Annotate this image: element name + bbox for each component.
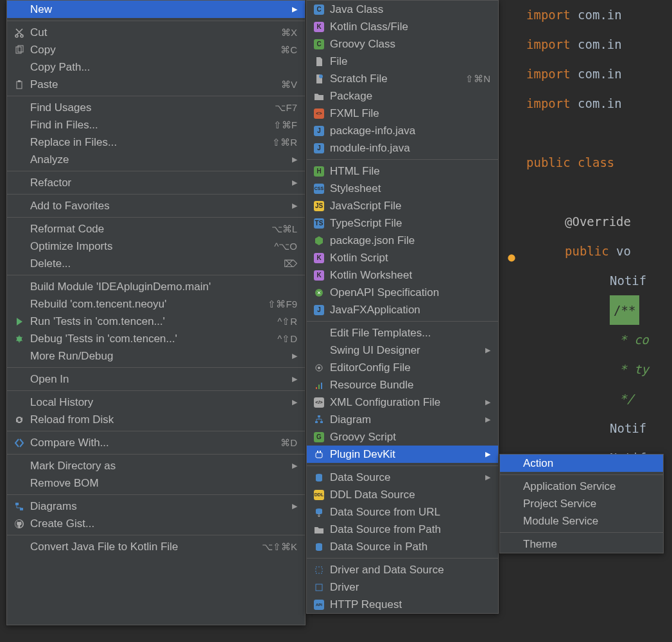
context-menu-item[interactable]: Create Gist... bbox=[7, 515, 305, 532]
blank-icon bbox=[12, 101, 26, 114]
new-menu-item[interactable]: JSJavaScript File bbox=[307, 197, 498, 214]
context-menu-item[interactable]: Copy⌘C bbox=[7, 41, 305, 58]
context-menu-item[interactable]: Run 'Tests in 'com.tencen...'^⇧R bbox=[7, 313, 305, 330]
editor-line: import com.in bbox=[526, 37, 622, 51]
blank-icon bbox=[12, 3, 26, 16]
ddl-icon: DDL bbox=[312, 489, 326, 501]
menu-shortcut: ^⌥O bbox=[274, 241, 297, 252]
context-menu-item[interactable]: Debug 'Tests in 'com.tencen...'^⇧D bbox=[7, 330, 305, 347]
new-menu-item[interactable]: DDLDDL Data Source bbox=[307, 486, 498, 503]
menu-item-label: Plugin DevKit bbox=[330, 448, 485, 461]
new-menu-item[interactable]: File bbox=[307, 53, 498, 70]
context-menu-item[interactable]: Local History▶ bbox=[7, 394, 305, 411]
devkit-menu-item[interactable]: Theme bbox=[500, 535, 663, 553]
menu-shortcut: ⌘V bbox=[281, 79, 297, 91]
context-menu-item[interactable]: More Run/Debug▶ bbox=[7, 347, 305, 365]
context-menu-item[interactable]: Add to Favorites▶ bbox=[7, 197, 305, 214]
editor-line: @Override bbox=[565, 214, 631, 229]
menu-item-label: Diagram bbox=[330, 413, 485, 426]
new-menu-item[interactable]: KKotlin Class/File bbox=[307, 18, 498, 35]
menu-item-label: XML Configuration File bbox=[330, 396, 485, 409]
new-menu-item[interactable]: CGroovy Class bbox=[307, 35, 498, 53]
context-menu-item[interactable]: Build Module 'IDEApluginDemo.main' bbox=[7, 278, 305, 295]
new-menu-item[interactable]: Data Source▶ bbox=[307, 469, 498, 486]
new-menu-item[interactable]: HHTML File bbox=[307, 162, 498, 180]
new-menu-item[interactable]: CSSStylesheet bbox=[307, 180, 498, 197]
menu-item-label: Theme bbox=[523, 538, 655, 551]
new-menu-item[interactable]: Resource Bundle bbox=[307, 376, 498, 394]
submenu-arrow-icon: ▶ bbox=[292, 352, 297, 360]
context-menu-item[interactable]: Reload from Disk bbox=[7, 411, 305, 428]
context-menu-item[interactable]: Convert Java File to Kotlin File⌥⇧⌘K bbox=[7, 538, 305, 555]
devkit-menu-item[interactable]: Action bbox=[500, 455, 663, 472]
submenu-arrow-icon: ▶ bbox=[292, 5, 297, 13]
new-menu-item[interactable]: Jmodule-info.java bbox=[307, 139, 498, 157]
menu-shortcut: ⌘C bbox=[280, 44, 297, 56]
devkit-menu-item[interactable]: Application Service bbox=[500, 478, 663, 495]
context-menu-item[interactable]: Compare With...⌘D bbox=[7, 434, 305, 451]
new-menu-item[interactable]: EditorConfig File bbox=[307, 359, 498, 376]
context-menu-item[interactable]: Find in Files...⇧⌘F bbox=[7, 116, 305, 134]
context-menu-item[interactable]: Optimize Imports^⌥O bbox=[7, 238, 305, 255]
new-menu-item[interactable]: JJavaFXApplication bbox=[307, 301, 498, 318]
new-menu-item[interactable]: package.json File bbox=[307, 232, 498, 249]
context-menu-item[interactable]: Analyze▶ bbox=[7, 151, 305, 168]
context-menu-item[interactable]: New▶ bbox=[7, 1, 305, 18]
new-menu-item[interactable]: CJava Class bbox=[307, 1, 498, 18]
new-menu-item[interactable]: Swing UI Designer▶ bbox=[307, 342, 498, 359]
svg-rect-21 bbox=[320, 451, 321, 453]
context-menu-item[interactable]: Diagrams▶ bbox=[7, 498, 305, 515]
bulb-icon[interactable] bbox=[506, 245, 517, 257]
context-menu-item[interactable]: Remove BOM bbox=[7, 474, 305, 492]
submenu-arrow-icon: ▶ bbox=[292, 202, 297, 210]
context-menu-item[interactable]: Copy Path... bbox=[7, 58, 305, 76]
new-menu-item[interactable]: Package bbox=[307, 87, 498, 105]
new-menu-item[interactable]: GGroovy Script bbox=[307, 428, 498, 446]
menu-shortcut: ^⇧R bbox=[277, 316, 297, 327]
context-menu-item[interactable]: Cut⌘X bbox=[7, 24, 305, 41]
menu-item-label: Application Service bbox=[523, 480, 655, 493]
new-menu-item[interactable]: Diagram▶ bbox=[307, 411, 498, 428]
new-menu-item[interactable]: Edit File Templates... bbox=[307, 324, 498, 342]
menu-shortcut: ⇧⌘F bbox=[273, 119, 297, 131]
new-menu-item[interactable]: Data Source from URL bbox=[307, 503, 498, 521]
context-menu-item[interactable]: Find Usages⌥F7 bbox=[7, 99, 305, 116]
new-menu-item[interactable]: Plugin DevKit▶ bbox=[307, 446, 498, 463]
context-menu-item[interactable]: Delete...⌦ bbox=[7, 255, 305, 272]
svg-rect-13 bbox=[316, 387, 317, 389]
new-menu-item[interactable]: KKotlin Worksheet bbox=[307, 266, 498, 284]
menu-item-label: Project Service bbox=[523, 498, 655, 510]
context-menu-item[interactable]: Open In▶ bbox=[7, 370, 305, 388]
submenu-arrow-icon: ▶ bbox=[292, 375, 297, 383]
menu-item-label: Data Source bbox=[330, 471, 485, 484]
new-menu-item[interactable]: Jpackage-info.java bbox=[307, 122, 498, 139]
context-menu-item[interactable]: Refactor▶ bbox=[7, 174, 305, 191]
new-submenu: CJava ClassKKotlin Class/FileCGroovy Cla… bbox=[306, 0, 499, 614]
context-menu-item[interactable]: Rebuild 'com.tencent.neoyu'⇧⌘F9 bbox=[7, 295, 305, 313]
menu-shortcut: ⇧⌘F9 bbox=[268, 299, 297, 310]
devkit-menu-item[interactable]: Project Service bbox=[500, 495, 663, 512]
menu-item-label: Find in Files... bbox=[30, 119, 261, 132]
new-menu-item[interactable]: OpenAPI Specification bbox=[307, 284, 498, 301]
menu-item-label: Data Source in Path bbox=[330, 541, 490, 553]
devkit-menu-item[interactable]: Module Service bbox=[500, 512, 663, 530]
new-menu-item[interactable]: </>XML Configuration File▶ bbox=[307, 394, 498, 411]
copy-icon bbox=[12, 44, 26, 56]
context-menu-item[interactable]: Mark Directory as▶ bbox=[7, 457, 305, 474]
blank-icon bbox=[12, 61, 26, 74]
context-menu-item[interactable]: Replace in Files...⇧⌘R bbox=[7, 134, 305, 151]
new-menu-item[interactable]: Driver bbox=[307, 578, 498, 596]
new-menu-item[interactable]: Driver and Data Source bbox=[307, 561, 498, 578]
new-menu-item[interactable]: KKotlin Script bbox=[307, 249, 498, 266]
new-menu-item[interactable]: <>FXML File bbox=[307, 105, 498, 122]
context-menu-item[interactable]: Paste⌘V bbox=[7, 76, 305, 93]
html-icon: H bbox=[312, 165, 326, 178]
context-menu-item[interactable]: Reformat Code⌥⌘L bbox=[7, 220, 305, 238]
new-menu-item[interactable]: TSTypeScript File bbox=[307, 214, 498, 232]
new-menu-item[interactable]: APIHTTP Request bbox=[307, 596, 498, 613]
new-menu-item[interactable]: Data Source in Path bbox=[307, 538, 498, 555]
menu-item-label: Optimize Imports bbox=[30, 240, 261, 253]
new-menu-item[interactable]: Data Source from Path bbox=[307, 521, 498, 538]
blank-icon bbox=[505, 480, 519, 493]
new-menu-item[interactable]: Scratch File⇧⌘N bbox=[307, 70, 498, 87]
